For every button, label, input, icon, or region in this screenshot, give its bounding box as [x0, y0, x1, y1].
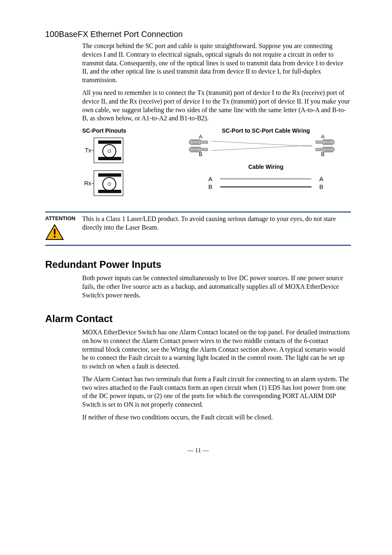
label-a-left-top: A	[199, 134, 203, 140]
attention-label-column: ATTENTION	[45, 215, 82, 242]
plug-pair-left: A B	[189, 139, 208, 152]
label-a-left: A	[205, 175, 215, 183]
label-b-right: B	[316, 183, 326, 191]
label-b-right-bot: B	[321, 151, 325, 158]
heading-alarm-contact: Alarm Contact	[45, 312, 351, 325]
paragraph-redundant: Both power inputs can be connected simul…	[82, 274, 351, 299]
port-tx-label: Tx	[82, 147, 91, 154]
label-a-right-top: A	[321, 134, 325, 140]
sc-port-tx-icon	[94, 138, 123, 163]
page-number: — 11 —	[45, 447, 351, 455]
label-b-left-bot: B	[199, 151, 203, 158]
sc-port-rx-icon	[94, 170, 123, 196]
port-rx-label: Rx	[82, 180, 91, 187]
figure-wiring: SC-Port to SC-Port Cable Wiring A B A	[181, 127, 351, 191]
paragraph-fx-2: All you need to remember is to connect t…	[82, 89, 351, 123]
warning-triangle-icon	[45, 224, 82, 242]
svg-point-9	[54, 236, 56, 238]
cross-cable-icon	[211, 138, 312, 154]
figure-pinouts-title: SC-Port Pinouts	[82, 127, 181, 134]
svg-rect-8	[54, 229, 55, 235]
attention-block: ATTENTION This is a Class 1 Laser/LED pr…	[45, 212, 351, 246]
plug-pair-right: A B	[316, 139, 334, 152]
heading-100basefx: 100BaseFX Ethernet Port Connection	[45, 29, 351, 39]
sc-plug-icon	[189, 139, 208, 145]
paragraph-alarm-1: MOXA EtherDevice Switch has one Alarm Co…	[82, 328, 351, 371]
sc-plug-icon	[316, 147, 334, 152]
cable-wiring-diagram: Cable Wiring A A B B	[181, 163, 351, 191]
heading-redundant-power: Redundant Power Inputs	[45, 258, 351, 271]
attention-label: ATTENTION	[45, 215, 75, 221]
section-100basefx-body: The concept behind the SC port and cable…	[82, 42, 351, 123]
sc-plug-icon	[316, 139, 334, 145]
wire-b-line	[220, 187, 311, 187]
label-a-right: A	[316, 175, 326, 183]
section-redundant-body: Both power inputs can be connected simul…	[82, 274, 351, 299]
plug-cross-diagram: A B A B	[189, 138, 334, 154]
sc-plug-icon	[189, 147, 208, 152]
paragraph-alarm-2: The Alarm Contact has two terminals that…	[82, 375, 351, 409]
port-rx: Rx	[82, 170, 181, 196]
figure-sc-ports: SC-Port Pinouts Tx Rx SC-Port to SC-Port…	[82, 127, 351, 203]
wire-a-line	[220, 179, 311, 180]
label-b-left: B	[205, 183, 215, 191]
paragraph-alarm-3: If neither of these two conditions occur…	[82, 413, 351, 422]
cable-wiring-title: Cable Wiring	[181, 163, 351, 170]
port-tx: Tx	[82, 138, 181, 163]
figure-wiring-title: SC-Port to SC-Port Cable Wiring	[181, 127, 351, 134]
attention-text: This is a Class 1 Laser/LED product. To …	[82, 215, 351, 242]
paragraph-fx-1: The concept behind the SC port and cable…	[82, 42, 351, 85]
figure-pinouts: SC-Port Pinouts Tx Rx	[82, 127, 181, 203]
section-alarm-body: MOXA EtherDevice Switch has one Alarm Co…	[82, 328, 351, 422]
